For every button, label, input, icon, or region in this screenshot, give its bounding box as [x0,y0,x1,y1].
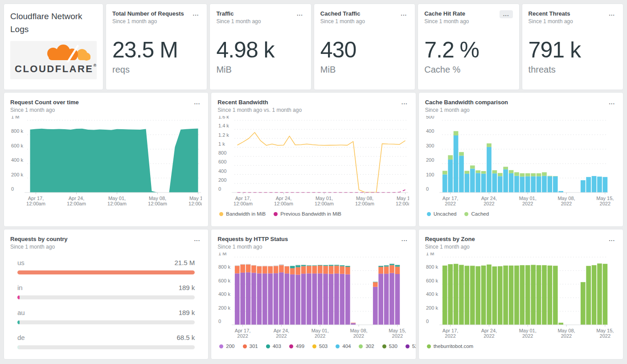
panel-requests-by-zone: Requests by Zone Since 1 month ago ... 1… [418,229,623,360]
legend-label: 530 [389,344,398,349]
stat-unit: Cache % [424,65,512,75]
svg-text:200 k: 200 k [11,172,23,177]
svg-text:1.4 k: 1.4 k [218,123,229,128]
svg-text:0: 0 [218,319,221,324]
chart-legend: UncachedCached [425,209,617,219]
svg-text:May 15,: May 15, [596,328,614,333]
svg-text:Apr 17,: Apr 17, [235,328,250,333]
dashboard-title: Cloudflare Network Logs [10,10,97,36]
panel-menu-button[interactable]: ... [607,99,617,106]
country-bar-fill [17,295,20,299]
chart-legend [10,209,202,219]
legend-label: 301 [250,344,258,349]
panel-title: Cache Hit Rate [424,10,469,17]
legend-item-302[interactable]: 302 [359,344,374,349]
panel-menu-button[interactable]: ... [400,99,410,106]
country-row-us: us21.5 M [17,259,195,274]
svg-text:May 08,: May 08, [356,196,373,201]
svg-text:May 15,: May 15, [596,196,614,201]
svg-text:600: 600 [218,159,226,164]
svg-text:12:00am: 12:00am [234,201,253,206]
legend-item-403[interactable]: 403 [266,344,281,349]
legend-item-Previous Bandwidth in MiB[interactable]: Previous Bandwidth in MiB [274,211,341,217]
legend-dot [219,212,223,216]
panel-title: Requests by Zone [425,236,475,242]
svg-text:May 08,: May 08, [557,328,575,333]
panel-menu-button[interactable]: ... [191,10,201,17]
legend-item-530[interactable]: 530 [382,344,398,349]
chart-legend: theburritobot.com [425,341,617,352]
legend-item-503[interactable]: 503 [312,344,328,349]
svg-text:May 01,: May 01, [519,328,536,333]
panel-requests-by-http-status: Requests by HTTP Status Since 1 month ag… [211,229,416,360]
svg-text:2022: 2022 [445,333,455,339]
request-count-chart: 1 M800 k600 k400 k200 k0Apr 17,12:00amAp… [10,116,202,209]
top-row: Cloudflare Network Logs CLOUDFLARE® Tota… [4,4,623,90]
svg-text:800: 800 [218,150,226,155]
svg-text:600 k: 600 k [11,143,23,148]
svg-text:Apr 24,: Apr 24, [481,196,496,201]
panel-menu-button[interactable]: ... [607,236,617,243]
panel-menu-button[interactable]: ... [399,10,409,17]
legend-item-404[interactable]: 404 [336,344,351,349]
panel-menu-button[interactable]: ... [192,236,202,243]
legend-item-499[interactable]: 499 [289,344,304,349]
svg-text:2022: 2022 [315,333,325,339]
legend-item-Bandwidth in MiB[interactable]: Bandwidth in MiB [219,211,266,217]
legend-item-200[interactable]: 200 [219,344,234,349]
country-label: in [17,284,23,291]
panel-menu-button[interactable]: ... [192,99,202,106]
svg-text:400: 400 [218,168,226,174]
panel-menu-button[interactable]: ... [607,10,617,17]
requests-by-zone-chart: 1 M800 k600 k400 k200 k0Apr 17,2022Apr 2… [425,253,617,341]
svg-text:1 M: 1 M [218,253,226,256]
bottom-row: Requests by country Since 1 month ago ..… [4,229,623,360]
dashboard: Cloudflare Network Logs CLOUDFLARE® Tota… [0,0,627,364]
recent-bandwidth-chart: 1.6 k1.4 k1.2 k1 k8006004002000Apr 17,12… [217,116,409,209]
legend-label: Uncached [434,211,457,217]
panel-menu-button[interactable]: ... [500,10,513,18]
panel-menu-button[interactable]: ... [400,236,410,243]
svg-text:May 15,: May 15, [397,196,409,201]
stat-value: 430 [320,37,409,63]
panel-subtitle: Since 1 month ago [217,244,288,250]
svg-text:May 01,: May 01, [108,196,126,201]
legend-dot [427,344,431,348]
legend-item-301[interactable]: 301 [243,344,258,349]
legend-dot [382,344,386,348]
country-value: 68.5 k [176,334,195,341]
country-bar-fill [17,270,195,274]
country-row-au: au189 k [17,309,195,324]
svg-text:2022: 2022 [392,333,403,339]
panel-subtitle: Since 1 month ago [424,18,469,25]
svg-text:1.2 k: 1.2 k [218,132,229,138]
legend-label: 302 [365,344,374,349]
legend-label: 526 [412,344,416,349]
svg-text:1 M: 1 M [426,253,434,256]
panel-subtitle: Since 1 month ago [425,244,475,250]
legend-item-theburritobot.com[interactable]: theburritobot.com [427,344,474,349]
svg-text:200: 200 [426,157,434,163]
svg-text:600 k: 600 k [218,278,230,283]
svg-text:2022: 2022 [561,201,571,206]
svg-text:2022: 2022 [238,333,248,339]
svg-text:0: 0 [426,186,429,192]
svg-text:2022: 2022 [484,201,494,206]
svg-text:May 08,: May 08, [149,196,166,201]
svg-text:200 k: 200 k [426,305,438,311]
legend-item-Uncached[interactable]: Uncached [427,211,457,217]
legend-item-526[interactable]: 526 [406,344,416,349]
legend-label: 404 [342,344,351,349]
svg-text:2022: 2022 [599,201,610,206]
legend-dot [243,344,247,348]
panel-menu-button[interactable]: ... [295,10,305,17]
country-label: us [17,259,25,266]
chart-legend: 200301403499503404302530526524 [217,341,409,352]
svg-text:400: 400 [426,128,434,134]
legend-dot [336,344,340,348]
legend-dot [427,212,431,216]
stat-value: 791 k [529,37,617,63]
legend-item-Cached[interactable]: Cached [464,211,489,217]
svg-text:200: 200 [218,177,226,183]
stat-card-total-requests: Total Number of Requests Since 1 month a… [106,4,207,90]
